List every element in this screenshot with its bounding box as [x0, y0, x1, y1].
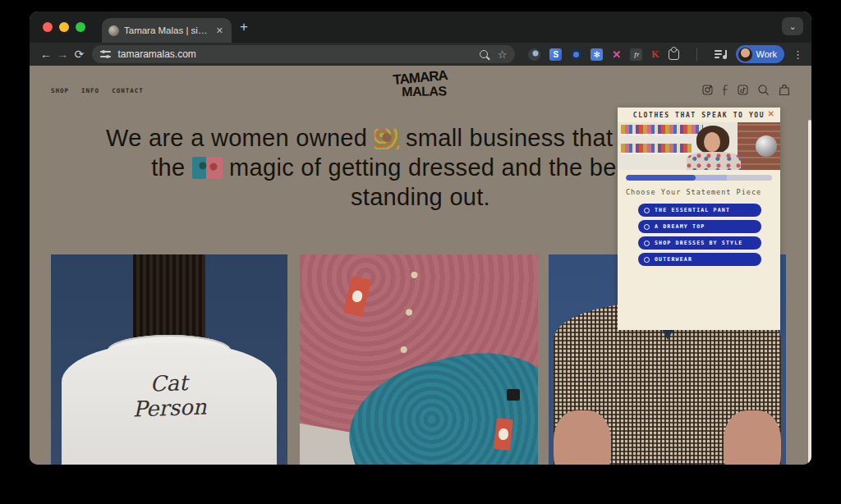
search-icon[interactable] [480, 50, 488, 58]
facebook-icon[interactable] [722, 85, 728, 95]
option-label: A DREAMY TOP [655, 223, 705, 230]
cart-bag-icon[interactable] [779, 84, 790, 96]
hero-inline-portrait-image [375, 129, 399, 149]
progress-mid-segment [696, 175, 726, 181]
hero-text: the [151, 154, 185, 181]
new-tab-button[interactable]: + [240, 19, 248, 35]
site-logo[interactable]: TAMARA MALAS [393, 69, 448, 99]
profile-label: Work [756, 49, 777, 59]
search-icon[interactable] [757, 84, 770, 96]
popup-header: CLOTHES THAT SPEAK TO YOU ✕ [618, 108, 780, 122]
close-window-button[interactable] [43, 22, 53, 32]
reload-button[interactable]: ⟳ [71, 48, 87, 61]
option-outerwear-button[interactable]: OUTERWEAR [638, 253, 761, 266]
photo-woman-face [704, 132, 720, 152]
radio-circle-icon [644, 257, 650, 263]
tab-favicon-icon [108, 25, 119, 36]
extension-icon-s[interactable]: S [549, 48, 562, 61]
popup-close-icon[interactable]: ✕ [768, 109, 774, 118]
tiktok-icon[interactable] [738, 85, 748, 95]
nav-item-info[interactable]: INFO [81, 87, 99, 94]
hang-tag [494, 418, 513, 451]
nav-item-contact[interactable]: CONTACT [112, 87, 144, 94]
avatar [738, 48, 752, 62]
extensions-puzzle-icon[interactable] [669, 49, 679, 60]
window-controls [43, 22, 85, 32]
main-nav: SHOP INFO CONTACT [51, 87, 144, 94]
quiz-options: THE ESSENTIAL PANT A DREAMY TOP SHOP DRE… [618, 204, 780, 266]
option-essential-pant-button[interactable]: THE ESSENTIAL PANT [638, 204, 761, 217]
hero-text: standing out. [351, 184, 490, 210]
bookmark-star-icon[interactable]: ☆ [498, 48, 508, 61]
address-bar[interactable]: tamaramalas.com ☆ [92, 45, 515, 63]
chevron-down-icon: ⌄ [788, 21, 796, 32]
option-label: SHOP DRESSES BY STYLE [655, 240, 742, 246]
tab-close-icon[interactable]: ✕ [214, 25, 225, 36]
toolbar-divider [696, 48, 697, 61]
option-label: THE ESSENTIAL PANT [655, 207, 730, 213]
model-arm [724, 410, 781, 465]
photo-disco-ball [756, 135, 777, 157]
popup-title: CLOTHES THAT SPEAK TO YOU [633, 112, 765, 119]
browser-toolbar: ← → ⟳ tamaramalas.com ☆ S ✻ ✕ ƒr K Work … [30, 43, 811, 66]
extensions-row: S ✻ ✕ ƒr K [528, 48, 727, 61]
media-controls-icon[interactable] [715, 49, 728, 59]
model-arm [554, 410, 611, 465]
extension-icon-gear[interactable]: ✻ [591, 48, 603, 61]
tab-title: Tamara Malas | sizes 0-36 [124, 25, 209, 35]
extension-icon-1[interactable] [528, 48, 540, 61]
photo-woman-blouse [687, 152, 741, 170]
tab-search-button[interactable]: ⌄ [782, 17, 803, 35]
option-dreamy-top-button[interactable]: A DREAMY TOP [638, 220, 761, 233]
site-settings-icon[interactable] [100, 50, 111, 58]
profile-chip[interactable]: Work [736, 45, 784, 63]
header-icons [702, 84, 790, 96]
site-header: SHOP INFO CONTACT TAMARA MALAS [30, 66, 811, 113]
page-scrollbar[interactable] [808, 120, 811, 465]
minimize-window-button[interactable] [59, 22, 69, 32]
extension-icon-k[interactable]: K [651, 48, 659, 61]
browser-window: Tamara Malas | sizes 0-36 ✕ + ⌄ ← → ⟳ ta… [30, 11, 811, 465]
quiz-popup: CLOTHES THAT SPEAK TO YOU ✕ Choose Your … [618, 108, 780, 330]
hero-inline-duo-image [192, 157, 223, 179]
radio-circle-icon [644, 208, 650, 213]
extension-icon-x[interactable]: ✕ [612, 48, 621, 61]
radio-circle-icon [644, 224, 650, 230]
progress-filled-segment [626, 175, 696, 181]
popup-hero-photo [618, 122, 780, 170]
extension-icon-dot[interactable] [571, 49, 581, 60]
forward-button[interactable]: → [54, 48, 71, 61]
nav-item-shop[interactable]: SHOP [51, 87, 69, 94]
quiz-progress-bar [626, 175, 772, 181]
option-dresses-by-style-button[interactable]: SHOP DRESSES BY STYLE [638, 236, 761, 250]
option-label: OUTERWEAR [655, 256, 692, 263]
product-image-knit-cardigans[interactable] [300, 254, 538, 465]
hang-tag-dark [507, 389, 520, 401]
browser-menu-button[interactable]: ⋮ [793, 48, 803, 61]
zoom-window-button[interactable] [76, 22, 85, 32]
url-text: tamaramalas.com [117, 48, 479, 60]
logo-line2: MALAS [397, 84, 452, 99]
back-button[interactable]: ← [38, 48, 54, 61]
hero-text: We are a women owned [106, 125, 367, 151]
instagram-icon[interactable] [702, 85, 713, 95]
radio-circle-icon [644, 241, 650, 246]
product-image-cat-person-jacket[interactable]: Cat Person [51, 254, 287, 465]
browser-tab[interactable]: Tamara Malas | sizes 0-36 ✕ [102, 18, 232, 43]
cat-person-script-text: Cat Person [119, 369, 219, 422]
tab-strip: Tamara Malas | sizes 0-36 ✕ + ⌄ [30, 11, 811, 43]
extension-icon-fr[interactable]: ƒr [630, 48, 642, 61]
popup-subtitle: Choose Your Statement Piece [626, 188, 772, 196]
